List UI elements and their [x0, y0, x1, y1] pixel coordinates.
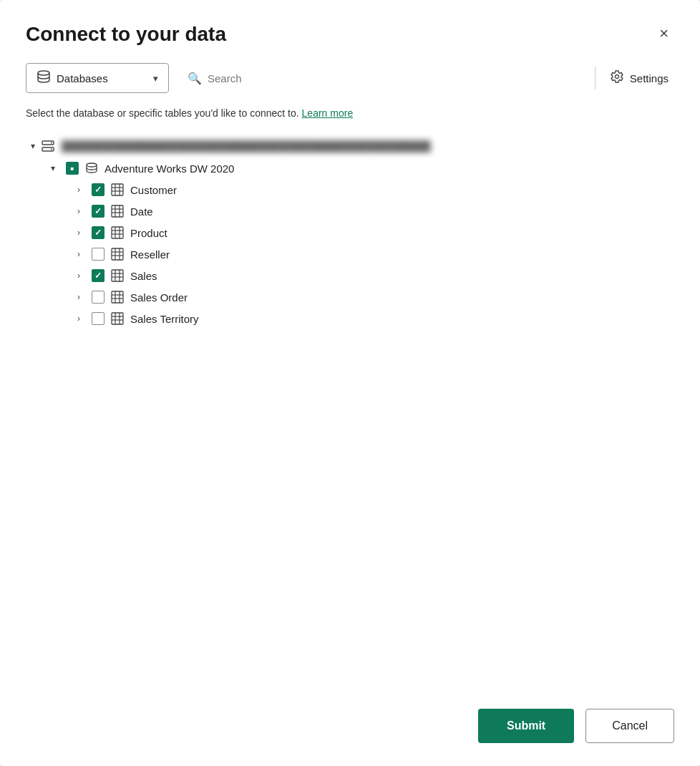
- table-row-sales: › Sales: [26, 265, 674, 286]
- svg-rect-31: [112, 291, 123, 303]
- dialog-title: Connect to your data: [26, 23, 226, 46]
- description-text: Select the database or specific tables y…: [26, 107, 674, 119]
- server-expand-button[interactable]: ▾: [26, 141, 40, 151]
- database-name: Adventure Works DW 2020: [104, 163, 234, 175]
- toolbar-divider: [595, 67, 596, 89]
- table-name-customer: Customer: [130, 184, 177, 196]
- table-name-sales-order: Sales Order: [130, 291, 188, 304]
- table-row-customer: › Customer: [26, 179, 674, 200]
- chevron-down-icon: ▾: [153, 73, 158, 84]
- database-folder-icon: [84, 161, 99, 175]
- submit-button[interactable]: Submit: [478, 709, 574, 743]
- table-grid-icon-date: [110, 204, 125, 218]
- svg-rect-16: [112, 227, 123, 238]
- sales-checkbox[interactable]: [92, 269, 104, 282]
- table-grid-icon-sales-territory: [110, 311, 125, 326]
- cancel-button[interactable]: Cancel: [585, 709, 674, 743]
- reseller-checkbox[interactable]: [92, 248, 104, 261]
- table-name-reseller: Reseller: [130, 248, 170, 261]
- svg-rect-26: [112, 270, 123, 281]
- table-row-reseller: › Reseller: [26, 243, 674, 265]
- svg-rect-6: [112, 184, 123, 195]
- dialog-footer: Submit Cancel: [26, 697, 674, 743]
- table-row-product: › Product: [26, 222, 674, 243]
- sales-order-expand-button[interactable]: ›: [72, 292, 86, 302]
- gear-icon: [610, 69, 624, 87]
- server-name-blurred: ████████████████████████████████████████…: [62, 140, 674, 152]
- learn-more-link[interactable]: Learn more: [302, 107, 354, 119]
- product-expand-button[interactable]: ›: [72, 228, 86, 238]
- sales-expand-button[interactable]: ›: [72, 271, 86, 281]
- search-box[interactable]: 🔍: [178, 66, 586, 91]
- table-row-sales-territory: › Sales Territory: [26, 308, 674, 329]
- database-expand-button[interactable]: ▾: [46, 163, 60, 173]
- dialog-header: Connect to your data ×: [26, 23, 674, 46]
- toolbar: Databases ▾ 🔍 Settings: [26, 63, 674, 93]
- table-name-sales: Sales: [130, 270, 157, 282]
- database-row: ▾ Adventure Works DW 2020: [26, 157, 674, 179]
- server-icon: [40, 138, 56, 154]
- database-checkbox[interactable]: [66, 162, 79, 175]
- close-button[interactable]: ×: [653, 23, 674, 44]
- table-name-date: Date: [130, 205, 153, 218]
- settings-button[interactable]: Settings: [604, 65, 674, 92]
- dropdown-label: Databases: [57, 72, 108, 84]
- table-grid-icon-sales-order: [110, 290, 125, 304]
- sales-territory-checkbox[interactable]: [92, 312, 104, 325]
- server-row: ▾ ██████████████████████████████████████…: [26, 135, 674, 157]
- reseller-expand-button[interactable]: ›: [72, 249, 86, 259]
- database-icon: [37, 69, 51, 87]
- table-name-sales-territory: Sales Territory: [130, 313, 199, 325]
- databases-dropdown[interactable]: Databases ▾: [26, 63, 169, 93]
- svg-point-4: [51, 149, 52, 150]
- table-grid-icon-sales: [110, 268, 125, 283]
- search-input[interactable]: [208, 72, 576, 84]
- settings-label: Settings: [630, 72, 669, 84]
- sales-order-checkbox[interactable]: [92, 291, 104, 304]
- date-expand-button[interactable]: ›: [72, 206, 86, 216]
- data-tree: ▾ ██████████████████████████████████████…: [26, 135, 674, 674]
- customer-checkbox[interactable]: [92, 183, 104, 196]
- svg-rect-36: [112, 313, 123, 324]
- table-row-sales-order: › Sales Order: [26, 286, 674, 308]
- table-grid-icon-customer: [110, 183, 125, 197]
- customer-expand-button[interactable]: ›: [72, 185, 86, 195]
- connect-dialog: Connect to your data × Databases ▾ 🔍: [0, 0, 700, 766]
- svg-rect-11: [112, 205, 123, 217]
- date-checkbox[interactable]: [92, 205, 104, 218]
- svg-rect-21: [112, 248, 123, 260]
- search-icon: 🔍: [188, 72, 202, 85]
- table-grid-icon-product: [110, 226, 125, 240]
- table-row-date: › Date: [26, 200, 674, 222]
- svg-point-3: [51, 142, 52, 144]
- svg-point-5: [87, 163, 97, 167]
- product-checkbox[interactable]: [92, 226, 104, 239]
- table-grid-icon-reseller: [110, 247, 125, 261]
- table-name-product: Product: [130, 227, 167, 239]
- svg-point-0: [38, 71, 49, 75]
- sales-territory-expand-button[interactable]: ›: [72, 314, 86, 324]
